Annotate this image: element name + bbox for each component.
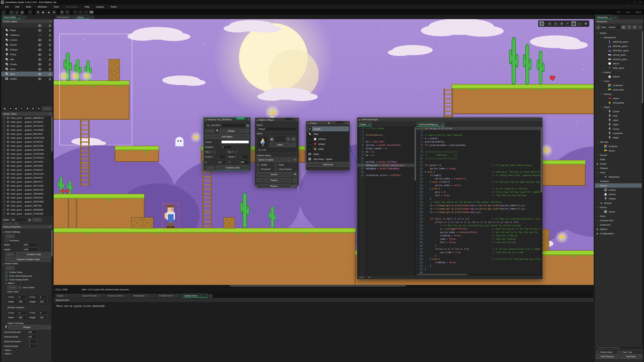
find-previous-button[interactable]: Find Previous xyxy=(596,355,618,359)
code-line[interactable] xyxy=(358,274,414,275)
resource-player[interactable]: ▾Player xyxy=(595,105,643,109)
code-line[interactable]: 21 fall = true; // flag that we are fall… xyxy=(416,194,540,197)
tree-expander-icon[interactable]: ▾ xyxy=(600,106,602,108)
add-tab-button[interactable]: + xyxy=(22,16,26,19)
asset-row[interactable]: ✓sStar_grassgraphic_62CD0F88 xyxy=(1,148,53,152)
room-settings-inherit-button[interactable]: Inherit xyxy=(5,234,15,238)
enable-views-checkbox[interactable]: ✓ xyxy=(5,271,8,274)
tree-expander-icon[interactable]: ▹ xyxy=(596,159,598,160)
instance-creation-order-button[interactable]: Instance Creation Order xyxy=(5,257,52,261)
code-line[interactable]: 41 climbing = false; xyxy=(416,261,540,264)
settings-icon[interactable]: ⚙ xyxy=(60,10,64,14)
tree-expander-icon[interactable]: ▶ xyxy=(596,163,598,165)
delete-layer-icon[interactable]: ⊗ xyxy=(36,106,41,111)
code-line[interactable]: 7 xyxy=(416,147,540,150)
view0-inherit-button[interactable]: Inherit xyxy=(8,285,17,290)
code-line[interactable]: 43} xyxy=(416,268,540,271)
asset-visible-checkbox[interactable]: ✓ xyxy=(3,193,6,195)
code-line[interactable]: 13 sprite_index = sJump; xyxy=(416,167,540,170)
resource-sfall[interactable]: sFall xyxy=(595,114,643,118)
maximize-button[interactable]: □ xyxy=(634,1,635,3)
close-tab-icon[interactable]: x xyxy=(369,123,370,126)
resource-sidle1[interactable]: sIdle1 xyxy=(595,118,643,122)
tree-expander-icon[interactable]: ▾ xyxy=(596,185,598,187)
code-line[interactable]: 6sprites = global.Sprites[0]; xyxy=(358,143,414,147)
view-xpos-input[interactable] xyxy=(18,295,26,299)
code-line[interactable]: 35 fall = false; // stop any falling xyxy=(416,241,540,244)
resource-spickupstar[interactable]: sPickupStar xyxy=(595,100,643,105)
help-icon[interactable]: ? xyxy=(65,10,70,14)
asset-visible-checkbox[interactable]: ✓ xyxy=(3,149,6,151)
view-select[interactable]: Default▼ xyxy=(607,25,626,29)
resource-sclimb[interactable]: sClimb xyxy=(595,109,643,114)
add-output-tab-button[interactable]: + xyxy=(208,294,213,298)
code-line[interactable] xyxy=(358,264,414,268)
code-line[interactable] xyxy=(358,180,414,184)
code-line[interactable]: 15 if(jump){ // if coming down after jum… xyxy=(416,174,540,177)
asset-row[interactable]: ✓sStar_grassgraphic_2007D7EC xyxy=(1,124,53,128)
viewport-width-input[interactable] xyxy=(18,316,26,320)
layer-assets-dropdown[interactable]: rGrass: Stars∨ xyxy=(1,112,53,116)
clean-icon[interactable]: ≫ xyxy=(52,10,56,14)
resource-scollisions[interactable]: sCollisions xyxy=(595,83,643,87)
asset-row[interactable]: ✓sStar_grassgraphic_7D1AA2FE xyxy=(1,172,53,176)
code-line[interactable]: 39 } xyxy=(416,254,540,257)
code-line[interactable] xyxy=(358,217,414,221)
code-line[interactable] xyxy=(358,247,414,251)
output-tab-syntax-errors[interactable]: Syntax Errorsx xyxy=(182,294,208,298)
code-line[interactable] xyxy=(358,261,414,264)
resource-level[interactable]: ▾Level xyxy=(595,79,643,83)
layer-hills[interactable]: Hills xyxy=(1,57,53,62)
add-layer-folder-icon[interactable]: ⊞ xyxy=(31,106,36,111)
vspeed-input[interactable] xyxy=(27,344,36,348)
code-line[interactable]: 8dx = 0; xyxy=(358,150,414,153)
tab-room-editor[interactable]: Room Editorx xyxy=(2,15,21,19)
code-line[interactable]: 27 xyxy=(416,214,540,217)
asset-visible-checkbox[interactable]: ✓ xyxy=(3,161,6,163)
code-pane-create[interactable]: Createx 1/// Init player23InitGlobals();… xyxy=(358,122,416,275)
code-line[interactable]: 16 sprite_index = sJumpFall; xyxy=(416,177,540,180)
run-room-icon[interactable]: ▷ xyxy=(577,21,582,26)
object-name-input[interactable] xyxy=(256,127,297,131)
find-next-button[interactable]: Find Next xyxy=(620,355,642,359)
layers-dropdown[interactable]: rGrass Layers∨ xyxy=(1,19,53,23)
asset-visible-checkbox[interactable]: ✓ xyxy=(3,117,6,119)
code-line[interactable]: 5dir = DIR_STOP; xyxy=(358,140,414,143)
code-line[interactable]: 42 } xyxy=(416,264,540,268)
code-line[interactable] xyxy=(358,234,414,237)
code-line[interactable]: 20 grav = 0; // first stop falling (used… xyxy=(416,190,540,194)
resource-sheart[interactable]: sHeart xyxy=(595,96,643,100)
code-line[interactable]: 29 if((c1 == 1) || (c2 == 1) || (c3 == 1… xyxy=(416,221,540,224)
layer-collisions[interactable]: Collisions xyxy=(1,33,53,37)
lock-icon[interactable] xyxy=(28,218,31,221)
code-line[interactable]: 15silhouette_colour = $3F3FAF; xyxy=(358,174,414,177)
edit-mask-icon[interactable]: ✎ xyxy=(293,158,297,162)
tree-expander-icon[interactable]: ▾ xyxy=(596,172,598,173)
close-tab-icon[interactable]: x xyxy=(442,123,443,126)
code-line[interactable] xyxy=(358,204,414,207)
instance-inherit-button[interactable]: Inherit xyxy=(205,129,215,133)
background-layer-icon[interactable]: ▤ xyxy=(2,106,7,111)
code-line[interactable] xyxy=(358,224,414,227)
code-line[interactable] xyxy=(358,214,414,217)
code-line[interactable] xyxy=(358,227,414,231)
clear-display-buffer-checkbox[interactable]: ✓ xyxy=(5,278,8,281)
output-tab-search-results[interactable]: Search Resultsx xyxy=(80,294,106,298)
tree-expander-icon[interactable]: ▶ xyxy=(600,202,602,204)
asset-row[interactable]: ✓sStar_grassgraphic_11E7A04A xyxy=(1,160,53,164)
add-workspace-tab-button[interactable]: + xyxy=(90,16,94,19)
code-line[interactable]: 26 c3 = tilemap_get_at_pixel(oGame.map,x… xyxy=(416,211,540,214)
event-oheart[interactable]: →←oHeart xyxy=(307,141,349,146)
asset-visible-checkbox[interactable]: ✓ xyxy=(3,213,6,215)
close-button[interactable]: ✕ xyxy=(639,1,641,3)
physics-button[interactable]: Physics xyxy=(256,184,292,188)
asset-row[interactable]: ✓sStar_grassgraphic_75C0FD0D xyxy=(1,152,53,156)
fit-view-icon[interactable]: ⌖ xyxy=(565,21,570,26)
asset-row[interactable]: ✓sStar_grassgraphic_7A2A95D9 xyxy=(1,128,53,132)
resource-swalk[interactable]: sWalk xyxy=(595,135,643,140)
resource-timelines[interactable]: ▹Timelines xyxy=(595,179,643,183)
asset-row[interactable]: ✓sStar_grassgraphic_37592FB6 xyxy=(1,212,53,216)
run-icon[interactable]: ▶ xyxy=(41,10,46,14)
asset-row[interactable]: ✓sStar_grassgraphic_254F4594 xyxy=(1,164,53,168)
event-oghost[interactable]: →←oGhost xyxy=(307,136,349,141)
